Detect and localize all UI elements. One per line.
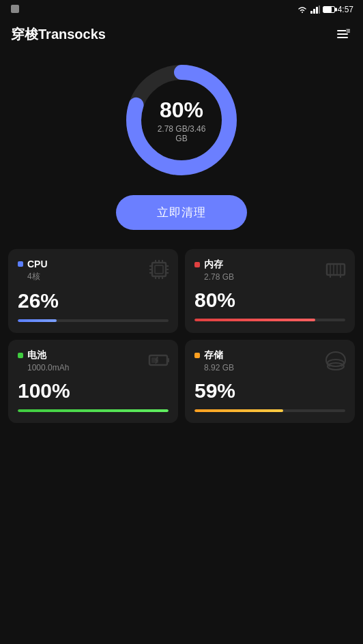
battery-bar-fill — [18, 409, 169, 412]
cpu-label: CPU — [27, 259, 48, 269]
signal-icon — [310, 5, 320, 14]
storage-label: 存储 — [204, 349, 223, 362]
cpu-bar-bg — [18, 319, 169, 322]
memory-bg-icon — [323, 257, 348, 288]
svg-rect-1 — [310, 11, 313, 14]
svg-rect-13 — [155, 265, 163, 274]
storage-dot — [194, 353, 200, 358]
memory-header: 内存 — [194, 259, 345, 271]
svg-rect-12 — [152, 263, 166, 276]
header: 穿梭Transocks ☰ — [0, 19, 363, 52]
battery-bg-icon — [147, 348, 171, 379]
storage-bar-fill — [194, 409, 283, 412]
cpu-value: 26% — [18, 289, 169, 312]
battery-header: 电池 — [18, 349, 169, 362]
wifi-icon — [297, 5, 308, 14]
svg-rect-3 — [316, 7, 318, 14]
stat-card-storage: 存储 8.92 GB 59% — [185, 340, 355, 423]
svg-rect-0 — [11, 5, 19, 13]
donut-sub: 2.78 GB/3.46 GB — [151, 124, 212, 143]
battery-label: 电池 — [27, 349, 46, 362]
storage-header: 存储 — [194, 349, 345, 362]
status-bar: 4:57 — [0, 0, 363, 19]
battery-bar-bg — [18, 409, 169, 412]
donut-section: 80% 2.78 GB/3.46 GB 立即清理 — [0, 52, 363, 244]
svg-rect-4 — [319, 5, 320, 14]
svg-rect-34 — [167, 358, 169, 362]
memory-value: 80% — [194, 289, 345, 312]
memory-label: 内存 — [204, 259, 223, 271]
svg-rect-7 — [337, 37, 348, 38]
battery-status-icon — [323, 6, 335, 13]
svg-rect-26 — [327, 264, 345, 275]
stat-card-memory: 内存 2.78 GB 80% — [185, 249, 355, 333]
cpu-dot — [18, 261, 23, 267]
storage-bar-bg — [194, 409, 345, 412]
app-title: 穿梭Transocks — [11, 25, 106, 44]
stat-card-battery: 电池 1000.0mAh 100% — [8, 340, 178, 423]
status-time: 4:57 — [338, 5, 353, 14]
app-status-icon — [10, 3, 20, 16]
stat-card-cpu: CPU 4核 26% — [8, 249, 178, 333]
clean-button[interactable]: 立即清理 — [116, 195, 247, 230]
battery-dot — [18, 353, 23, 358]
cpu-header: CPU — [18, 259, 169, 269]
cpu-bar-fill — [18, 319, 57, 322]
menu-icon[interactable]: ☰ — [333, 25, 352, 44]
svg-rect-2 — [313, 9, 315, 14]
donut-center: 80% 2.78 GB/3.46 GB — [151, 98, 212, 143]
stats-grid: CPU 4核 26% 内存 2.78 GB 80% 电池 10 — [0, 244, 363, 431]
storage-value: 59% — [194, 379, 345, 402]
svg-rect-6 — [337, 33, 348, 35]
memory-bar-fill — [194, 319, 315, 321]
svg-text:☰: ☰ — [347, 29, 350, 33]
cpu-bg-icon — [147, 257, 171, 288]
status-right-group: 4:57 — [297, 5, 353, 14]
storage-bg-icon — [323, 348, 348, 379]
donut-percent: 80% — [151, 98, 212, 123]
memory-dot — [194, 262, 200, 267]
memory-bar-bg — [194, 319, 345, 321]
battery-value: 100% — [18, 379, 169, 402]
donut-chart: 80% 2.78 GB/3.46 GB — [120, 59, 243, 181]
